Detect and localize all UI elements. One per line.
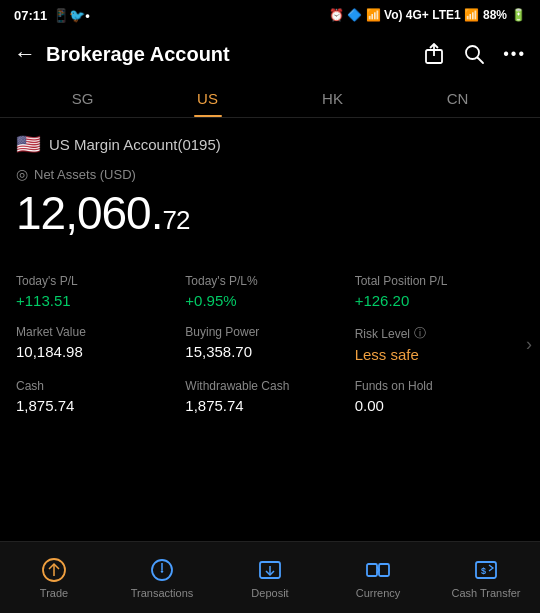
nav-item-trade[interactable]: Trade bbox=[0, 549, 108, 607]
stat-value-7: 1,875.74 bbox=[185, 397, 354, 414]
nav-label-deposit: Deposit bbox=[251, 587, 288, 599]
expand-arrow[interactable]: › bbox=[526, 334, 532, 355]
account-name: US Margin Account(0195) bbox=[49, 136, 221, 153]
balance-decimal: 72 bbox=[162, 205, 189, 235]
nav-item-cash-transfer[interactable]: $ Cash Transfer bbox=[432, 549, 540, 607]
status-icons: 📱🐦• bbox=[53, 8, 90, 23]
tab-cn[interactable]: CN bbox=[395, 80, 520, 117]
country-flag: 🇺🇸 bbox=[16, 132, 41, 156]
nav-label-transactions: Transactions bbox=[131, 587, 194, 599]
stat-value-4: 15,358.70 bbox=[185, 343, 354, 360]
nav-item-transactions[interactable]: Transactions bbox=[108, 549, 216, 607]
page-title: Brokerage Account bbox=[46, 43, 423, 66]
stat-cell-market-value: Market Value 10,184.98 bbox=[16, 317, 185, 371]
bottom-nav: Trade Transactions Deposit bbox=[0, 541, 540, 613]
signal-icons: ⏰ 🔷 📶 Vo) 4G+ LTE1 📶 bbox=[329, 8, 479, 22]
stats-container: Today's P/L +113.51 Today's P/L% +0.95% … bbox=[0, 260, 540, 428]
trade-icon bbox=[41, 557, 67, 583]
stat-label-4: Buying Power bbox=[185, 325, 354, 339]
account-section: 🇺🇸 US Margin Account(0195) ◎ Net Assets … bbox=[0, 118, 540, 254]
nav-item-deposit[interactable]: Deposit bbox=[216, 549, 324, 607]
share-icon[interactable] bbox=[423, 43, 445, 65]
search-icon[interactable] bbox=[463, 43, 485, 65]
nav-label-cash-transfer: Cash Transfer bbox=[451, 587, 520, 599]
battery: 88% bbox=[483, 8, 507, 22]
info-icon[interactable]: ⓘ bbox=[414, 325, 426, 342]
stat-value-2: +126.20 bbox=[355, 292, 524, 309]
more-icon[interactable]: ••• bbox=[503, 45, 526, 63]
svg-rect-6 bbox=[367, 564, 377, 576]
stat-label-6: Cash bbox=[16, 379, 185, 393]
main-balance: 12,060.72 bbox=[16, 186, 524, 240]
stat-cell-total-pl: Total Position P/L +126.20 bbox=[355, 266, 524, 317]
back-button[interactable]: ← bbox=[14, 41, 36, 67]
tab-sg[interactable]: SG bbox=[20, 80, 145, 117]
status-left: 07:11 📱🐦• bbox=[14, 8, 90, 23]
currency-icon bbox=[365, 557, 391, 583]
stat-label-0: Today's P/L bbox=[16, 274, 185, 288]
nav-label-trade: Trade bbox=[40, 587, 68, 599]
net-assets-label: ◎ Net Assets (USD) bbox=[16, 166, 524, 182]
cash-transfer-icon: $ bbox=[473, 557, 499, 583]
deposit-icon bbox=[257, 557, 283, 583]
stat-label-2: Total Position P/L bbox=[355, 274, 524, 288]
nav-label-currency: Currency bbox=[356, 587, 401, 599]
balance-whole: 12,060. bbox=[16, 187, 162, 239]
svg-text:$: $ bbox=[481, 566, 486, 576]
stat-cell-cash: Cash 1,875.74 bbox=[16, 371, 185, 422]
stat-label-8: Funds on Hold bbox=[355, 379, 524, 393]
region-tabs: SG US HK CN bbox=[0, 80, 540, 118]
status-bar: 07:11 📱🐦• ⏰ 🔷 📶 Vo) 4G+ LTE1 📶 88% 🔋 bbox=[0, 0, 540, 28]
tab-us[interactable]: US bbox=[145, 80, 270, 117]
stat-label-3: Market Value bbox=[16, 325, 185, 339]
stat-cell-risk-level: Risk Level ⓘ Less safe bbox=[355, 317, 524, 371]
stat-value-1: +0.95% bbox=[185, 292, 354, 309]
tab-hk[interactable]: HK bbox=[270, 80, 395, 117]
stat-label-1: Today's P/L% bbox=[185, 274, 354, 288]
stat-cell-withdrawable-cash: Withdrawable Cash 1,875.74 bbox=[185, 371, 354, 422]
stats-grid: Today's P/L +113.51 Today's P/L% +0.95% … bbox=[16, 260, 524, 428]
nav-item-currency[interactable]: Currency bbox=[324, 549, 432, 607]
stat-value-0: +113.51 bbox=[16, 292, 185, 309]
svg-rect-7 bbox=[379, 564, 389, 576]
account-info: 🇺🇸 US Margin Account(0195) bbox=[16, 132, 524, 156]
header-actions: ••• bbox=[423, 43, 526, 65]
stat-label-5: Risk Level ⓘ bbox=[355, 325, 524, 342]
stat-cell-buying-power: Buying Power 15,358.70 bbox=[185, 317, 354, 371]
svg-point-4 bbox=[161, 570, 163, 572]
stat-value-6: 1,875.74 bbox=[16, 397, 185, 414]
stat-label-7: Withdrawable Cash bbox=[185, 379, 354, 393]
app-header: ← Brokerage Account ••• bbox=[0, 28, 540, 80]
stat-value-8: 0.00 bbox=[355, 397, 524, 414]
stat-value-3: 10,184.98 bbox=[16, 343, 185, 360]
eye-icon[interactable]: ◎ bbox=[16, 166, 28, 182]
time: 07:11 bbox=[14, 8, 47, 23]
transactions-icon bbox=[149, 557, 175, 583]
net-assets-text: Net Assets (USD) bbox=[34, 167, 136, 182]
stat-value-5: Less safe bbox=[355, 346, 524, 363]
stat-cell-funds-on-hold: Funds on Hold 0.00 bbox=[355, 371, 524, 422]
stat-cell-todays-pl: Today's P/L +113.51 bbox=[16, 266, 185, 317]
status-right: ⏰ 🔷 📶 Vo) 4G+ LTE1 📶 88% 🔋 bbox=[329, 8, 526, 22]
stat-cell-todays-pl-pct: Today's P/L% +0.95% bbox=[185, 266, 354, 317]
